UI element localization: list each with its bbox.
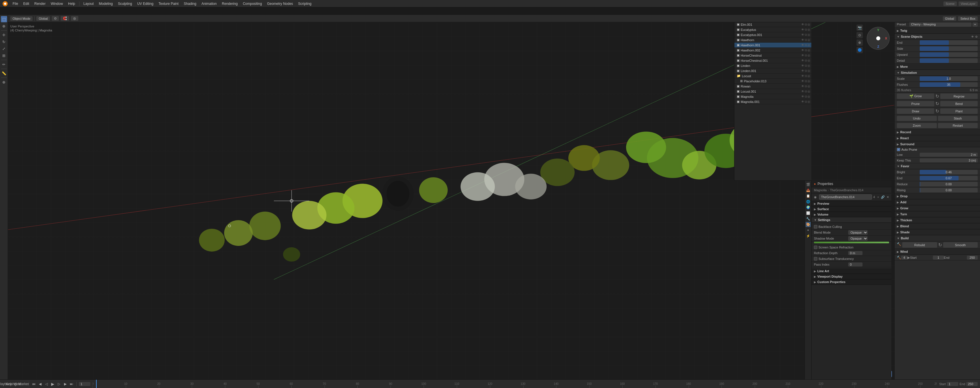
low-value[interactable]: 2 m bbox=[920, 153, 978, 157]
render-icon[interactable]: ◎ bbox=[808, 74, 810, 78]
cursor-icon[interactable]: ⊙ bbox=[805, 38, 807, 41]
eye-icon[interactable]: 👁 bbox=[801, 54, 804, 57]
gizmo-y-label[interactable]: Y bbox=[877, 28, 879, 32]
menu-geometry-nodes[interactable]: Geometry Nodes bbox=[265, 1, 295, 6]
next-frame-btn[interactable]: ▷ bbox=[56, 382, 62, 386]
outliner-item-locust001[interactable]: ▣ Locust.001 👁⊙◎ bbox=[734, 89, 811, 94]
cursor-tool-btn[interactable]: ⊕ bbox=[1, 23, 7, 29]
scale-tool-btn[interactable]: ⤢ bbox=[1, 46, 7, 52]
grow-section-header[interactable]: ▶ Grow bbox=[894, 205, 980, 211]
rotate-tool-btn[interactable]: ↻ bbox=[1, 38, 7, 45]
cursor-icon[interactable]: ⊙ bbox=[805, 100, 807, 103]
select-tool-btn[interactable]: ⬚ bbox=[1, 16, 7, 22]
eye-icon[interactable]: 👁 bbox=[801, 80, 804, 83]
prev-frame-btn[interactable]: ◁ bbox=[44, 382, 49, 386]
start-frame-value[interactable]: 1 bbox=[933, 256, 944, 260]
turn-section-header[interactable]: ▶ Turn bbox=[894, 211, 980, 217]
scene-objects-settings-icon[interactable]: ⚙ bbox=[975, 35, 978, 38]
plant-btn[interactable]: Plant bbox=[940, 108, 978, 114]
cursor-icon[interactable]: ⊙ bbox=[805, 95, 807, 98]
eye-icon[interactable]: 👁 bbox=[801, 90, 804, 93]
build-icon[interactable]: 🔨 bbox=[897, 242, 901, 248]
frame-counter[interactable]: 4 bbox=[901, 256, 907, 260]
outliner-item-hawthorn[interactable]: ▣ Hawthorn 👁⊙◎ bbox=[734, 37, 811, 43]
regrow-btn[interactable]: Regrow bbox=[940, 94, 978, 99]
blender-logo[interactable] bbox=[2, 1, 8, 6]
prev-keyframe-btn[interactable]: ◀ bbox=[37, 382, 43, 386]
outliner-item-magnolia001[interactable]: ▣ Magnolia.001 👁⊙◎ bbox=[734, 99, 811, 104]
render-props-btn[interactable]: 🎬 bbox=[806, 182, 811, 187]
outliner-item-horsechestnut001[interactable]: ▣ HorseChestnut.001 👁⊙◎ bbox=[734, 58, 811, 63]
annotate-tool-btn[interactable]: ✏ bbox=[1, 61, 7, 67]
twig-section-header[interactable]: ▶ Twig bbox=[894, 28, 980, 34]
end-favor-slider[interactable]: 0.67 bbox=[920, 176, 978, 180]
draw-cycle-icon[interactable]: ↻ bbox=[935, 108, 939, 114]
rising-slider[interactable]: 0.00 bbox=[920, 188, 978, 192]
volume-section-header[interactable]: ▶ Volume bbox=[811, 212, 891, 217]
move-tool-btn[interactable]: ✛ bbox=[1, 32, 7, 38]
cursor-icon[interactable]: ⊙ bbox=[805, 84, 807, 88]
material-remove-icon[interactable]: ✕ bbox=[886, 195, 889, 199]
outliner-item-magnolia[interactable]: ▣ Magnolia 👁⊙◎ bbox=[734, 94, 811, 99]
material-name-input[interactable] bbox=[819, 194, 872, 200]
breadcrumb-magnolia[interactable]: Magnolia bbox=[814, 188, 827, 192]
render-icon[interactable]: ◎ bbox=[808, 43, 810, 47]
bright-slider[interactable]: 0.46 bbox=[920, 170, 978, 175]
render-icon[interactable]: ◎ bbox=[808, 80, 810, 83]
current-frame-input[interactable] bbox=[79, 382, 90, 386]
render-icon[interactable]: ◎ bbox=[808, 64, 810, 67]
eye-icon[interactable]: 👁 bbox=[801, 84, 804, 88]
menu-edit[interactable]: Edit bbox=[21, 1, 32, 6]
render-icon[interactable]: ◎ bbox=[808, 38, 810, 41]
eye-icon[interactable]: 👁 bbox=[801, 43, 804, 47]
scene-objects-eye-icon[interactable]: 👁 bbox=[971, 35, 974, 38]
menu-scripting[interactable]: Scripting bbox=[296, 1, 314, 6]
preview-section-header[interactable]: ▶ Preview bbox=[811, 201, 891, 207]
scene-props-btn[interactable]: 🌐 bbox=[806, 199, 811, 204]
build-section-header[interactable]: ▼ Build bbox=[894, 235, 980, 241]
render-icon[interactable]: ◎ bbox=[808, 90, 810, 93]
pivot-selector[interactable]: ⊙ bbox=[52, 16, 59, 21]
render-icon[interactable]: ◎ bbox=[808, 28, 810, 31]
outliner-item-elm001[interactable]: ▣ Elm.001 👁 ⊙ ◎ bbox=[734, 22, 811, 27]
wind-section-header[interactable]: ▶ Wind bbox=[894, 249, 980, 255]
menu-shading[interactable]: Shading bbox=[181, 1, 199, 6]
menu-rendering[interactable]: Rendering bbox=[220, 1, 240, 6]
tl-end-input[interactable] bbox=[966, 382, 978, 386]
material-props-btn[interactable]: 🎨 bbox=[806, 222, 811, 227]
proportional-btn[interactable]: ◎ bbox=[71, 16, 78, 21]
outliner-item-hawthorn001[interactable]: ▣ Hawthorn.001 👁⊙◎ bbox=[734, 43, 811, 48]
ssr-checkbox[interactable] bbox=[814, 246, 817, 249]
menu-window[interactable]: Window bbox=[48, 1, 65, 6]
grow-btn[interactable]: 🌱 Grow bbox=[897, 94, 934, 99]
zoom-btn[interactable]: Zoom bbox=[897, 123, 937, 128]
render-icon[interactable]: ◎ bbox=[808, 69, 810, 72]
menu-sculpting[interactable]: Sculpting bbox=[116, 1, 134, 6]
jump-start-btn[interactable]: ⏮ bbox=[31, 382, 36, 386]
outliner-item-placeholder013[interactable]: ⊞ Placeholder.013 👁⊙◎ bbox=[734, 79, 811, 84]
gizmo-z-label[interactable]: Z bbox=[877, 45, 879, 48]
camera-view-btn[interactable]: 📷 bbox=[856, 25, 863, 31]
prune-cycle-icon[interactable]: ↻ bbox=[935, 101, 939, 107]
rebuild-cycle-icon[interactable]: ↻ bbox=[938, 242, 942, 248]
scene-detail-slider[interactable] bbox=[920, 58, 978, 63]
eye-icon[interactable]: 👁 bbox=[801, 49, 804, 52]
cursor-icon[interactable]: ⊙ bbox=[805, 49, 807, 52]
outliner-item-horsechestnut[interactable]: ▣ HorseChestnut 👁⊙◎ bbox=[734, 53, 811, 58]
next-keyframe-btn[interactable]: ▶ bbox=[63, 382, 68, 386]
bend-btn[interactable]: Bend bbox=[940, 101, 978, 107]
surface-section-header[interactable]: ▶ Surface bbox=[811, 207, 891, 212]
eye-icon[interactable]: 👁 bbox=[801, 69, 804, 72]
outliner-item-linden001[interactable]: ▣ Linden.001 👁⊙◎ bbox=[734, 68, 811, 73]
grow-cycle-icon[interactable]: ↻ bbox=[935, 94, 939, 99]
cursor-icon[interactable]: ⊙ bbox=[805, 43, 807, 47]
surround-section-header[interactable]: ▶ Surround bbox=[894, 141, 980, 147]
cursor-icon[interactable]: ⊙ bbox=[805, 90, 807, 93]
cursor-icon[interactable]: ⊙ bbox=[805, 69, 807, 72]
render-icon[interactable]: ◎ bbox=[808, 23, 810, 26]
add-tool-btn[interactable]: ⊕ bbox=[1, 79, 7, 85]
scene-end-slider[interactable] bbox=[920, 40, 978, 45]
menu-layout[interactable]: Layout bbox=[81, 1, 96, 6]
gizmo-toggle-btn[interactable]: ⊕ bbox=[856, 40, 863, 46]
build-anim-icon[interactable]: 🔨 bbox=[897, 256, 901, 260]
